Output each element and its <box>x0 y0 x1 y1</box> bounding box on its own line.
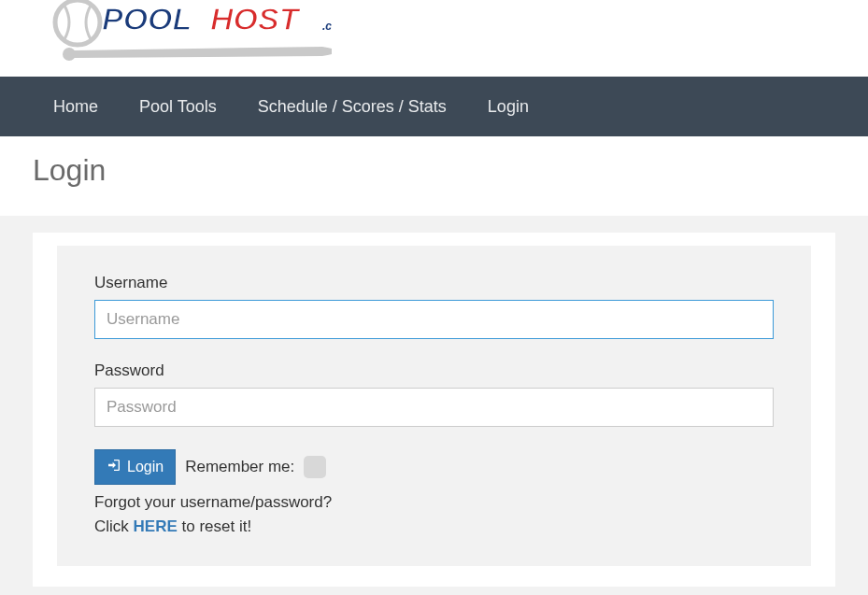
password-input[interactable] <box>94 388 774 427</box>
remember-me-label: Remember me: <box>185 458 294 476</box>
nav-schedule-scores-stats[interactable]: Schedule / Scores / Stats <box>237 78 467 135</box>
nav-home[interactable]: Home <box>33 78 119 135</box>
logo-text-pool: POOL <box>102 1 192 36</box>
header: POOL HOST .com <box>0 0 868 77</box>
password-group: Password <box>94 361 774 427</box>
login-panel: Username Password Login Remember me: For… <box>57 246 811 566</box>
svg-point-1 <box>63 48 76 61</box>
logo-text-host: HOST <box>210 1 302 36</box>
username-group: Username <box>94 274 774 339</box>
login-action-row: Login Remember me: <box>94 449 774 485</box>
login-button[interactable]: Login <box>94 449 176 485</box>
remember-me-checkbox[interactable] <box>304 456 326 478</box>
username-input[interactable] <box>94 300 774 339</box>
forgot-line2-pre: Click <box>94 517 134 535</box>
password-label: Password <box>94 361 774 380</box>
nav-pool-tools[interactable]: Pool Tools <box>119 78 237 135</box>
forgot-line1: Forgot your username/password? <box>94 493 332 511</box>
content-area: Username Password Login Remember me: For… <box>0 216 868 595</box>
login-outer-panel: Username Password Login Remember me: For… <box>33 233 835 587</box>
nav-login[interactable]: Login <box>467 78 549 135</box>
forgot-line2-post: to reset it! <box>178 517 251 535</box>
logo-text-com: .com <box>322 20 332 33</box>
login-button-label: Login <box>127 459 164 475</box>
svg-point-0 <box>55 0 100 45</box>
page-title-area: Login <box>0 136 868 216</box>
username-label: Username <box>94 274 774 292</box>
logo[interactable]: POOL HOST .com <box>33 0 332 65</box>
forgot-text: Forgot your username/password? Click HER… <box>94 490 774 538</box>
navbar: Home Pool Tools Schedule / Scores / Stat… <box>0 77 868 136</box>
forgot-link[interactable]: HERE <box>134 517 178 535</box>
page-title: Login <box>33 153 835 188</box>
login-arrow-icon <box>107 458 121 476</box>
